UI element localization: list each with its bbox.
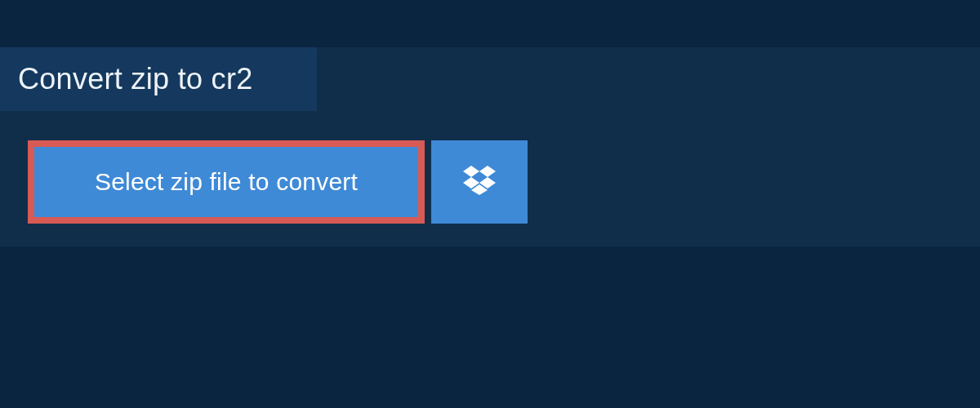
converter-tab[interactable]: Convert zip to cr2 [0, 47, 317, 111]
dropbox-icon [463, 166, 496, 198]
select-file-button[interactable]: Select zip file to convert [28, 140, 425, 224]
converter-tab-label: Convert zip to cr2 [18, 62, 253, 96]
dropbox-button[interactable] [431, 140, 528, 224]
file-select-row: Select zip file to convert [28, 140, 528, 224]
select-file-button-label: Select zip file to convert [95, 168, 358, 196]
